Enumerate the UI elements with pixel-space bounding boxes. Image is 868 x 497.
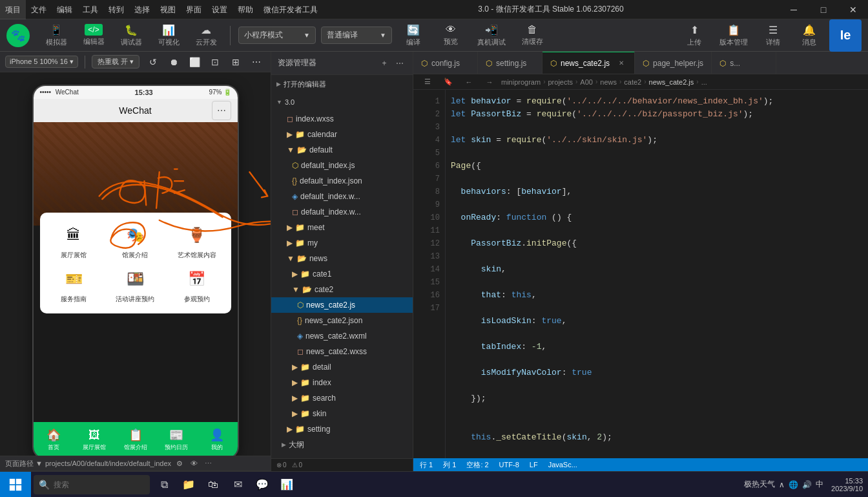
file-item-setting[interactable]: ▶ 📁 setting [271,421,413,437]
breadcrumb-nav-back[interactable]: ← [460,73,478,91]
file-item-default-index-js[interactable]: ⬡ default_index.js [271,158,413,173]
simulator-button[interactable]: 📱 模拟器 [40,21,72,50]
minimize-button[interactable]: ─ [779,0,809,19]
file-item-news[interactable]: ▼ 📂 news [271,251,413,266]
realtest-button[interactable]: 📲 真机调试 [472,21,511,50]
menu-item-wechat-devtools[interactable]: 微信开发者工具 [258,0,323,19]
page-path-eye[interactable]: 👁 [188,458,200,469]
file-item-cate1[interactable]: ▶ 📁 cate1 [271,266,413,282]
file-item-default-wxml[interactable]: ◈ default_index.w... [271,189,413,204]
breadcrumb-a00[interactable]: A00 [580,78,593,86]
tab-s[interactable]: ⬡ s... [712,52,776,74]
cloud-button[interactable]: ☁ 云开发 [190,21,222,50]
taskbar-icon-file-explorer[interactable]: 📁 [177,472,200,498]
file-item-detail[interactable]: ▶ 📁 detail [271,359,413,375]
breadcrumb-cate2[interactable]: cate2 [624,78,641,86]
taskbar-search-input[interactable] [54,480,131,489]
file-item-news-cate2-wxss[interactable]: ◻ news_cate2.wxss [271,344,413,359]
notify-button[interactable]: 🔔 消息 [793,21,825,50]
preview-button[interactable]: 👁 预览 [435,21,467,49]
refresh-button[interactable]: ↺ [144,53,162,71]
menu-item-edit[interactable]: 编辑 [52,0,78,19]
menu-item-file[interactable]: 文件 [26,0,52,19]
ie-logo-button[interactable]: Ie [829,19,862,52]
start-button[interactable] [0,472,31,498]
file-item-meet[interactable]: ▶ 📁 meet [271,220,413,235]
bookmark-button[interactable]: 🔖 [439,73,457,91]
cache-button[interactable]: 🗑 清缓存 [516,21,548,49]
maximize-button[interactable]: □ [809,0,838,19]
more-sim-button[interactable]: ⋯ [247,53,265,71]
nav-mine[interactable]: 👤 我的 [196,428,237,452]
file-item-cate2[interactable]: ▼ 📂 cate2 [271,282,413,297]
open-editors-section[interactable]: ▶ 打开的编辑器 [271,75,413,93]
breadcrumb-news[interactable]: news [600,78,617,86]
menu-item-visit[interactable]: 📅 参观预约 [169,266,224,304]
nav-gallery[interactable]: 🖼 展厅展馆 [74,428,115,452]
compile-button[interactable]: 🔄 编译 [397,21,429,50]
file-new-button[interactable]: + [378,57,391,70]
taskbar-icon-taskview[interactable]: ⧉ [152,472,176,498]
menu-item-art[interactable]: 🏺 艺术馆展内容 [169,222,224,260]
page-path-settings[interactable]: ⚙ [174,458,185,469]
tab-setting-js[interactable]: ⬡ setting.js [478,52,542,74]
breadcrumb-miniprogram[interactable]: miniprogram [501,78,541,86]
close-button[interactable]: ✕ [838,0,868,19]
systray-chevron[interactable]: ∧ [779,480,785,489]
taskbar-icon-store[interactable]: 🛍 [202,472,225,498]
detail-button[interactable]: ☰ 详情 [757,21,789,50]
file-item-index-wxss[interactable]: ◻ index.wxss [271,111,413,127]
file-item-default-wxss[interactable]: ◻ default_index.w... [271,204,413,220]
file-item-index[interactable]: ▶ 📁 index [271,375,413,390]
nav-calendar[interactable]: 📰 预约日历 [156,428,196,452]
menu-item-service[interactable]: 🎫 服务指南 [46,266,101,304]
file-item-calendar[interactable]: ▶ 📁 calendar [271,127,413,142]
menu-item-select[interactable]: 选择 [129,0,155,19]
file-item-news-cate2-json[interactable]: {} news_cate2.json [271,313,413,328]
taskbar-icon-mail[interactable]: ✉ [226,472,249,498]
taskbar-search-box[interactable]: 🔍 [34,475,150,494]
file-item-news-cate2-js[interactable]: ⬡ news_cate2.js [271,297,413,313]
menu-item-goto[interactable]: 转到 [103,0,129,19]
file-item-news-cate2-wxml[interactable]: ◈ news_cate2.wxml [271,328,413,344]
version-button[interactable]: 📋 版本管理 [714,21,753,50]
project-section[interactable]: ▼ 3.0 [271,93,413,111]
menu-item-interface[interactable]: 界面 [181,0,207,19]
taskbar-icon-chart[interactable]: 📊 [275,472,298,498]
file-item-skin[interactable]: ▶ 📁 skin [271,406,413,421]
menu-item-settings[interactable]: 设置 [207,0,232,19]
compile-dropdown[interactable]: 普通编译 ▼ [321,26,392,44]
menu-item-gallery[interactable]: 🏛 展厅展馆 [46,222,101,260]
nav-home[interactable]: 🏠 首页 [34,428,74,452]
device-selector[interactable]: iPhone 5 100% 16 ▾ [5,56,78,68]
nav-museum[interactable]: 📋 馆展介绍 [115,428,156,452]
front-button[interactable]: ⊡ [206,53,224,71]
editor-button[interactable]: </> 编辑器 [78,21,110,49]
menu-item-help[interactable]: 帮助 [232,0,258,19]
menu-item-lecture[interactable]: 🍱 活动讲座预约 [108,266,163,304]
systray-ime[interactable]: 中 [816,479,823,490]
breadcrumb-nav-forward[interactable]: → [480,73,499,91]
gutter-fold-button[interactable]: ☰ [418,73,437,91]
menu-item-view[interactable]: 视图 [155,0,181,19]
file-item-my[interactable]: ▶ 📁 my [271,235,413,251]
menu-item-tool[interactable]: 工具 [78,0,103,19]
phone-more-button[interactable]: ⋯ [212,101,231,120]
visual-button[interactable]: 📊 可视化 [152,21,185,50]
upload-button[interactable]: ⬆ 上传 [678,21,710,50]
back-button[interactable]: ⊞ [227,53,245,71]
taskbar-icon-wechat[interactable]: 💬 [251,472,274,498]
breadcrumb-projects[interactable]: projects [548,78,573,86]
breadcrumb-file[interactable]: news_cate2.js [649,78,694,86]
file-item-default[interactable]: ▼ 📂 default [271,142,413,158]
tab-news-cate2-js[interactable]: ⬡ news_cate2.js ✕ [542,52,635,74]
page-path-more[interactable]: ⋯ [202,458,214,469]
menu-item-exhibition[interactable]: 🎭 馆展介绍 [108,222,163,260]
tab-config-js[interactable]: ⬡ config.js [413,52,478,74]
screenshot-button[interactable]: ⏺ [165,53,183,71]
breadcrumb-more[interactable]: ... [701,78,707,86]
debugger-button[interactable]: 🐛 调试器 [115,21,147,50]
file-item-default-index-json[interactable]: {} default_index.json [271,173,413,189]
tab-page-helper-js[interactable]: ⬡ page_helper.js [635,52,712,74]
hotreload-button[interactable]: 热重载 开 ▾ [92,55,140,69]
